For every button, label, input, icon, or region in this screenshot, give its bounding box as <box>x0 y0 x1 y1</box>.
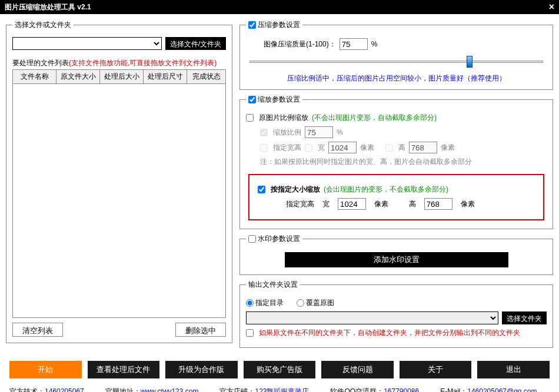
select-files-button[interactable]: 选择文件/文件夹 <box>165 37 226 50</box>
fixed-size-checkbox[interactable] <box>258 186 265 193</box>
output-group: 输出文件夹设置 指定目录 覆盖原图 选择文件夹 如果原文件在不同的文件夹下，自动… <box>239 280 553 348</box>
scale-group: 缩放参数设置 原图片比例缩放 (不会出现图片变形，自动截取多余部分) 缩放比例 … <box>239 95 553 229</box>
output-dir-select[interactable] <box>246 311 498 324</box>
close-icon[interactable]: × <box>549 2 554 12</box>
file-list-body[interactable] <box>12 84 226 318</box>
file-select-group: 选择文件或文件夹 选择文件/文件夹 要处理的文件列表(支持文件拖放功能,可直接拖… <box>6 20 232 343</box>
scale-note: 注：如果按原比例同时指定图片的宽、高，图片会自动截取多余部分 <box>260 157 547 167</box>
scale-ratio-input <box>305 126 333 138</box>
scale-legend: 缩放参数设置 <box>246 95 302 105</box>
bottom-button-bar: 开始 查看处理后文件 升级为合作版 购买免广告版 反馈问题 关于 退出 <box>0 359 559 383</box>
select-output-button[interactable]: 选择文件夹 <box>502 311 547 324</box>
auto-folder-checkbox[interactable] <box>246 329 254 337</box>
scale-h-checkbox <box>385 144 393 152</box>
add-watermark-button[interactable]: 添加水印设置 <box>285 252 508 267</box>
scale-wh-checkbox <box>260 144 268 152</box>
slider-caption: 压缩比例适中，压缩后的图片占用空间较小，图片质量好（推荐使用） <box>246 73 547 83</box>
compress-group: 压缩参数设置 图像压缩质量(1-100)： % 压缩比例适中，压缩后的图片占用空… <box>239 20 553 90</box>
compress-legend: 压缩参数设置 <box>246 20 302 30</box>
file-list-table: 文件名称 原文件大小 处理后大小 处理后尺寸 完成状态 <box>12 69 226 84</box>
file-list-label: 要处理的文件列表(支持文件拖放功能,可直接拖放文件到文件列表) <box>12 58 226 68</box>
fixed-size-box: 按指定大小缩放 (会出现图片的变形，不会截取多余部分) 指定宽高 宽 像素 高 … <box>248 174 544 220</box>
tech-link[interactable]: 1460205067 <box>45 387 84 392</box>
scale-w-checkbox <box>305 144 312 152</box>
file-path-select[interactable] <box>12 37 162 50</box>
output-dir-radio-label[interactable]: 指定目录 <box>246 298 284 308</box>
output-dir-radio[interactable] <box>246 299 254 307</box>
watermark-group: 水印参数设置 添加水印设置 <box>239 234 553 275</box>
file-select-legend: 选择文件或文件夹 <box>12 20 74 30</box>
watermark-legend: 水印参数设置 <box>246 234 302 244</box>
exit-button[interactable]: 退出 <box>477 361 550 378</box>
feedback-button[interactable]: 反馈问题 <box>321 361 394 378</box>
qq-group-link[interactable]: 167790086 <box>384 387 419 392</box>
delete-selected-button[interactable]: 删除选中 <box>175 323 226 337</box>
output-legend: 输出文件夹设置 <box>246 280 300 290</box>
about-button[interactable]: 关于 <box>400 361 472 378</box>
start-button[interactable]: 开始 <box>9 361 82 378</box>
view-result-button[interactable]: 查看处理后文件 <box>88 361 160 378</box>
quality-input[interactable] <box>340 38 368 50</box>
email-link[interactable]: 1460205067@qq.com <box>467 387 537 392</box>
overwrite-radio-label[interactable]: 覆盖原图 <box>297 298 334 308</box>
footer-links: 官方技术：1460205067 官网地址：www.ctwy123.com 官方店… <box>0 383 559 392</box>
enable-scale-checkbox[interactable] <box>248 96 256 103</box>
slider-thumb[interactable] <box>467 56 473 68</box>
upgrade-button[interactable]: 升级为合作版 <box>165 361 238 378</box>
col-newdim: 处理后尺寸 <box>144 70 187 84</box>
fixed-w-input[interactable] <box>338 198 366 210</box>
title-bar: 图片压缩缩放处理工具 v2.1 × <box>0 0 559 14</box>
scale-w-input <box>328 142 357 153</box>
enable-watermark-checkbox[interactable] <box>248 235 256 243</box>
enable-compress-checkbox[interactable] <box>248 21 256 29</box>
col-origsize: 原文件大小 <box>56 70 100 84</box>
overwrite-radio[interactable] <box>297 299 304 307</box>
quality-label: 图像压缩质量(1-100)： <box>264 39 336 49</box>
quality-slider[interactable] <box>249 55 543 71</box>
website-link[interactable]: www.ctwy123.com <box>141 387 199 392</box>
window-title: 图片压缩缩放处理工具 v2.1 <box>5 2 91 12</box>
fixed-h-input[interactable] <box>424 198 452 210</box>
scale-ratio-checkbox <box>260 129 268 136</box>
scale-h-input <box>409 142 437 153</box>
proportional-scale-checkbox[interactable] <box>246 114 254 122</box>
shop-link[interactable]: 123舞蹈服童装店 <box>255 387 309 392</box>
col-status: 完成状态 <box>187 70 226 84</box>
col-newsize: 处理后大小 <box>100 70 144 84</box>
clear-list-button[interactable]: 清空列表 <box>12 323 63 337</box>
col-filename: 文件名称 <box>13 70 56 84</box>
buy-adfree-button[interactable]: 购买免广告版 <box>244 361 316 378</box>
